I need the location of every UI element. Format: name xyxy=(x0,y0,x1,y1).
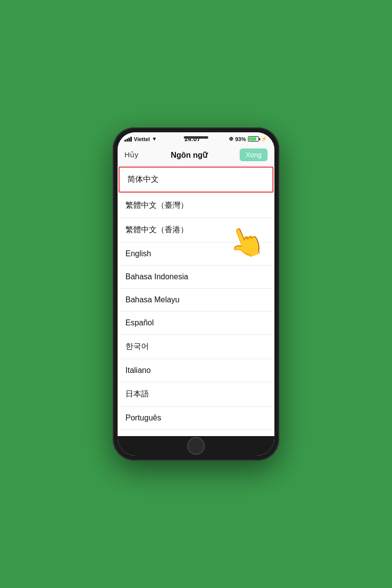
language-label: Bahasa Indonesia xyxy=(125,272,188,281)
language-item[interactable]: Bahasa Melayu xyxy=(118,289,274,312)
language-label: Español xyxy=(125,318,154,327)
carrier-label: Viettel xyxy=(134,136,150,142)
language-label: Bahasa Melayu xyxy=(125,295,179,304)
phone-frame: Viettel ▾ 14:07 ⊕ 93% ⚡ Hủy Ngôn ngữ Xon… xyxy=(113,127,279,461)
cancel-button[interactable]: Hủy xyxy=(124,150,138,159)
language-label: 简体中文 xyxy=(127,174,159,185)
status-right: ⊕ 93% ⚡ xyxy=(229,136,268,142)
language-item-english[interactable]: English xyxy=(118,243,274,266)
language-item[interactable]: 한국어 xyxy=(118,335,274,359)
language-label: 한국어 xyxy=(125,342,149,352)
wifi-icon: ▾ xyxy=(153,136,156,142)
language-label: 繁體中文（香港） xyxy=(125,225,188,235)
language-label: Português xyxy=(125,414,161,422)
signal-icon xyxy=(124,137,132,142)
battery-icon xyxy=(248,136,259,142)
language-item[interactable]: Italiano xyxy=(118,359,274,382)
language-item[interactable]: 繁體中文（香港） xyxy=(118,218,274,243)
speaker xyxy=(184,136,208,139)
language-list: 👆 简体中文 繁體中文（臺灣） 繁體中文（香港） English Bahasa … xyxy=(118,166,274,436)
language-item[interactable]: 繁體中文（臺灣） xyxy=(118,194,274,218)
language-item[interactable]: Español xyxy=(118,312,274,335)
language-label: 繁體中文（臺灣） xyxy=(125,200,188,211)
home-button-area xyxy=(118,436,274,456)
battery-percent: 93% xyxy=(235,136,246,142)
status-left: Viettel ▾ xyxy=(124,136,156,142)
language-label: Italiano xyxy=(125,366,151,375)
language-item[interactable]: Bahasa Indonesia xyxy=(118,266,274,289)
language-label: 日本語 xyxy=(125,389,149,399)
location-icon: ⊕ xyxy=(229,136,233,142)
nav-bar: Hủy Ngôn ngữ Xong xyxy=(118,145,274,166)
page-title: Ngôn ngữ xyxy=(171,150,207,160)
charging-icon: ⚡ xyxy=(261,136,268,142)
done-button[interactable]: Xong xyxy=(240,148,268,161)
language-item[interactable]: Português xyxy=(118,407,274,430)
home-button[interactable] xyxy=(187,437,205,455)
language-label: English xyxy=(125,249,151,258)
language-item[interactable]: 日本語 xyxy=(118,382,274,407)
language-item[interactable]: 简体中文 xyxy=(119,167,273,193)
phone-screen: Viettel ▾ 14:07 ⊕ 93% ⚡ Hủy Ngôn ngữ Xon… xyxy=(118,132,274,456)
